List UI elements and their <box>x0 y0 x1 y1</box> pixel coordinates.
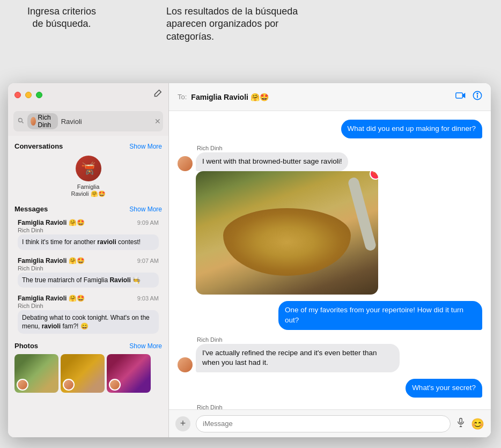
chat-input-bar: + 😊 <box>169 409 491 437</box>
search-clear-icon[interactable]: ✕ <box>154 117 161 126</box>
conversation-avatar-emoji: 🫕 <box>81 161 95 175</box>
contact-chip: Rich Dinh <box>27 113 58 129</box>
ravioli-image[interactable]: ❤️ <box>196 171 378 295</box>
conversations-section-header: Conversations Show More <box>8 138 168 152</box>
message-item-3-time: 9:03 AM <box>137 295 159 302</box>
chat-bubble-row-1: What did you end up making for dinner? <box>341 120 482 138</box>
chat-panel: To: Famiglia Ravioli 🤗🤩 <box>169 83 491 437</box>
conversation-avatar-famiglia: 🫕 <box>76 156 101 181</box>
minimize-button[interactable] <box>25 92 32 98</box>
chat-header-name: Famiglia Ravioli 🤗🤩 <box>191 93 451 101</box>
chat-msg-row-3: One of my favorites from your repertoire… <box>178 301 482 330</box>
photos-section-header: Photos Show More <box>8 337 168 352</box>
emoji-button[interactable]: 😊 <box>471 417 484 430</box>
photo-thumb-2[interactable] <box>61 354 105 393</box>
info-button[interactable] <box>473 91 482 103</box>
message-item-2-preview: The true matriarch of Famiglia Ravioli 🧑… <box>18 273 159 288</box>
chat-msg-row-1: What did you end up making for dinner? <box>178 120 482 138</box>
callout-area: Ingresa criterios de búsqueda. Los resul… <box>0 0 501 86</box>
chat-bubble-5: What's your secret? <box>406 379 482 398</box>
chat-bubble-3: One of my favorites from your repertoire… <box>278 301 482 330</box>
chat-bubble-1: What did you end up making for dinner? <box>341 120 482 138</box>
messages-section-header: Messages Show More <box>8 201 168 215</box>
svg-point-0 <box>19 118 23 122</box>
message-input[interactable] <box>196 415 451 432</box>
chat-msg-row-6: Rich Dinh Add garlic to the butter, and … <box>178 404 482 409</box>
search-input[interactable] <box>61 117 151 126</box>
photos-label: Photos <box>14 342 38 350</box>
messages-show-more-button[interactable]: Show More <box>129 205 162 213</box>
chat-sender-name-6: Rich Dinh <box>178 404 223 409</box>
chat-bubble-row-4: I've actually refined the recipe and it'… <box>178 344 400 373</box>
conversation-name-famiglia: FamigliaRavioli 🤗🤩 <box>71 183 105 197</box>
photos-grid <box>8 352 168 397</box>
messages-label: Messages <box>14 205 48 213</box>
message-item-1-preview: I think it's time for another ravioli co… <box>18 234 159 249</box>
photo-avatar-1 <box>17 379 28 391</box>
message-item-2-header: Famiglia Ravioli 🤗🤩 9:07 AM <box>18 257 159 265</box>
chat-msg-row-4: Rich Dinh I've actually refined the reci… <box>178 336 482 373</box>
chat-bubble-row-5: What's your secret? <box>406 379 482 398</box>
search-icon <box>18 117 24 126</box>
conversations-show-more-button[interactable]: Show More <box>129 143 162 150</box>
conversation-item-famiglia[interactable]: 🫕 FamigliaRavioli 🤗🤩 <box>8 152 168 201</box>
app-window: Rich Dinh ✕ Conversations Show More 🫕 Fa… <box>8 83 491 437</box>
audio-input-button[interactable] <box>456 417 466 430</box>
contact-chip-name: Rich Dinh <box>38 114 55 129</box>
conversations-label: Conversations <box>14 142 63 150</box>
svg-point-5 <box>477 93 478 94</box>
chat-messages: What did you end up making for dinner? R… <box>169 111 491 409</box>
compose-button[interactable] <box>152 89 162 101</box>
message-item-1-from: Famiglia Ravioli 🤗🤩 <box>18 219 85 226</box>
sidebar: Rich Dinh ✕ Conversations Show More 🫕 Fa… <box>8 83 169 437</box>
chat-bubble-row-2: I went with that browned-butter sage rav… <box>178 152 348 171</box>
message-item-1-header: Famiglia Ravioli 🤗🤩 9:09 AM <box>18 219 159 226</box>
maximize-button[interactable] <box>36 92 42 98</box>
photos-show-more-button[interactable]: Show More <box>129 342 162 350</box>
add-attachment-button[interactable]: + <box>175 416 190 431</box>
close-button[interactable] <box>14 92 21 98</box>
chat-header-icons <box>455 91 482 103</box>
chat-msg-row-5: What's your secret? <box>178 379 482 398</box>
callout-left-text: Ingresa criterios de búsqueda. <box>27 5 97 31</box>
message-item-3-header: Famiglia Ravioli 🤗🤩 9:03 AM <box>18 295 159 302</box>
photo-avatar-3 <box>109 379 121 391</box>
message-item-3-from: Famiglia Ravioli 🤗🤩 <box>18 295 85 302</box>
photo-thumb-1[interactable] <box>14 354 58 393</box>
message-item-3-sender: Rich Dinh <box>18 303 159 309</box>
message-item-1[interactable]: Famiglia Ravioli 🤗🤩 9:09 AM Rich Dinh I … <box>11 216 165 253</box>
message-item-1-time: 9:09 AM <box>137 219 159 226</box>
sidebar-content: Conversations Show More 🫕 FamigliaRaviol… <box>8 136 168 437</box>
chat-bubble-2: I went with that browned-butter sage rav… <box>196 152 348 171</box>
message-item-2-from: Famiglia Ravioli 🤗🤩 <box>18 257 85 265</box>
video-call-button[interactable] <box>455 91 466 103</box>
message-item-2-sender: Rich Dinh <box>18 265 159 271</box>
chat-bubble-4: I've actually refined the recipe and it'… <box>196 344 400 373</box>
titlebar <box>8 83 168 107</box>
contact-chip-avatar <box>31 117 36 126</box>
message-item-3[interactable]: Famiglia Ravioli 🤗🤩 9:03 AM Rich Dinh De… <box>11 291 165 337</box>
photo-avatar-2 <box>63 379 75 391</box>
message-item-2[interactable]: Famiglia Ravioli 🤗🤩 9:07 AM Rich Dinh Th… <box>11 254 165 291</box>
chat-header: To: Famiglia Ravioli 🤗🤩 <box>169 83 491 111</box>
photo-thumb-3[interactable] <box>107 354 151 393</box>
svg-rect-2 <box>456 93 463 98</box>
chat-to-label: To: <box>178 93 187 101</box>
chat-bubble-avatar-2 <box>178 156 193 171</box>
chat-sender-name-2: Rich Dinh <box>178 145 223 151</box>
message-item-1-sender: Rich Dinh <box>18 227 159 233</box>
message-item-3-preview: Debating what to cook tonight. What's on… <box>18 310 159 334</box>
search-input-wrapper: Rich Dinh ✕ <box>13 111 163 131</box>
chat-bubble-row-3: One of my favorites from your repertoire… <box>278 301 482 330</box>
svg-rect-6 <box>460 418 462 423</box>
heart-reaction: ❤️ <box>370 171 378 180</box>
chat-bubble-avatar-4 <box>178 357 193 372</box>
search-bar: Rich Dinh ✕ <box>8 107 168 136</box>
chat-msg-row-2: Rich Dinh I went with that browned-butte… <box>178 145 482 295</box>
chat-sender-name-4: Rich Dinh <box>178 336 223 343</box>
message-item-2-time: 9:07 AM <box>137 258 159 264</box>
svg-line-1 <box>22 121 24 123</box>
callout-right-text: Los resultados de la búsqueda aparecen o… <box>166 5 306 43</box>
